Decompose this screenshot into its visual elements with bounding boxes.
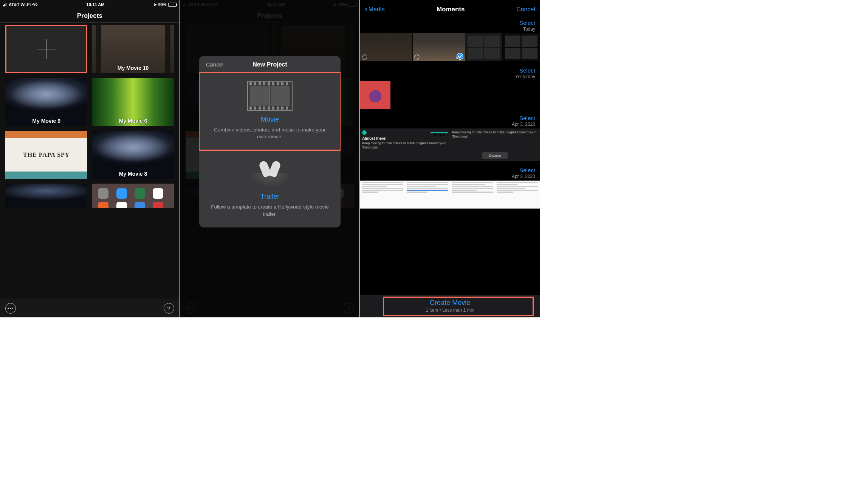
media-row: STAND Almost there! Keep moving for one … bbox=[360, 128, 540, 161]
media-row bbox=[360, 81, 540, 109]
media-row bbox=[360, 181, 540, 209]
project-label: My Movie 8 bbox=[119, 171, 147, 177]
selection-summary: 1 item • Less than 1 min bbox=[360, 308, 540, 313]
section-header: Select Apr 3, 2020 bbox=[360, 166, 540, 181]
chevron-left-icon: ‹ bbox=[365, 5, 367, 14]
project-tile[interactable] bbox=[5, 184, 87, 208]
badge: STAND bbox=[431, 132, 448, 133]
media-thumb[interactable] bbox=[450, 181, 495, 209]
dismiss-button[interactable]: Dismiss bbox=[482, 152, 508, 159]
note-text: Keep moving for one minute to make progr… bbox=[452, 130, 538, 150]
loading-icon bbox=[362, 54, 367, 60]
new-project-screen: AT&T Wi-Fi 10:11 AM ➤90% Projects •••? C… bbox=[180, 0, 361, 317]
select-button[interactable]: Select bbox=[365, 20, 535, 26]
film-icon bbox=[247, 81, 293, 111]
note-text: Keep moving for one minute to make progr… bbox=[362, 141, 448, 149]
option-desc: Follow a template to create a Hollywood-… bbox=[211, 204, 330, 217]
media-thumb[interactable]: Keep moving for one minute to make progr… bbox=[450, 128, 540, 161]
select-button[interactable]: Select bbox=[365, 167, 535, 173]
moments-picker-screen: ‹Media Moments Cancel Select Today 0.5s … bbox=[360, 0, 541, 317]
media-thumb[interactable]: STAND Almost there! Keep moving for one … bbox=[360, 128, 450, 161]
create-movie-button[interactable]: Create Movie bbox=[360, 299, 540, 307]
section-header: Select Yesterday bbox=[360, 66, 540, 81]
media-row: 0.5s bbox=[360, 33, 540, 61]
back-button[interactable]: ‹Media bbox=[365, 5, 385, 14]
media-thumb[interactable] bbox=[360, 81, 390, 109]
project-label: My Movie 9 bbox=[32, 118, 60, 124]
media-thumb[interactable] bbox=[495, 181, 540, 209]
projects-screen: AT&T Wi-Fi 10:11 AM ➤ 90% Projects My Mo… bbox=[0, 0, 180, 317]
status-bar: AT&T Wi-Fi 10:11 AM ➤ 90% bbox=[0, 0, 180, 9]
cancel-button[interactable]: Cancel bbox=[206, 61, 224, 68]
media-thumb[interactable] bbox=[405, 181, 450, 209]
project-tile[interactable]: My Movie 9 bbox=[5, 78, 87, 126]
wifi-icon bbox=[32, 2, 37, 7]
media-thumb[interactable]: 0.5s bbox=[413, 33, 465, 61]
add-project-button[interactable] bbox=[5, 25, 87, 73]
project-tile[interactable]: THE PAPA SPY bbox=[5, 131, 87, 179]
section-header: Select Today bbox=[360, 19, 540, 33]
section-date: Yesterday bbox=[365, 74, 535, 79]
option-title: Movie bbox=[211, 116, 330, 124]
section-header: Select Apr 3, 2020 bbox=[360, 114, 540, 128]
carrier-label: AT&T Wi-Fi bbox=[9, 2, 31, 7]
media-thumb[interactable] bbox=[503, 33, 540, 61]
project-label: My Movie 10 bbox=[118, 65, 149, 71]
trailer-option[interactable]: Trailer Follow a template to create a Ho… bbox=[199, 150, 341, 227]
check-icon bbox=[457, 53, 463, 60]
more-button[interactable]: ••• bbox=[5, 303, 16, 314]
option-desc: Combine videos, photos, and music to mak… bbox=[211, 127, 330, 140]
clock-label: 10:11 AM bbox=[87, 2, 105, 7]
project-tile[interactable]: My Movie 6 bbox=[92, 78, 174, 126]
location-icon: ➤ bbox=[153, 2, 157, 7]
projects-grid: My Movie 10 My Movie 9 My Movie 6 THE PA… bbox=[0, 23, 180, 210]
project-tile[interactable] bbox=[92, 184, 174, 208]
select-button[interactable]: Select bbox=[365, 67, 535, 74]
battery-icon bbox=[168, 3, 177, 7]
project-tile[interactable]: My Movie 10 bbox=[92, 25, 174, 73]
media-thumb[interactable] bbox=[465, 33, 502, 61]
section-date: Today bbox=[365, 26, 535, 32]
select-button[interactable]: Select bbox=[365, 115, 535, 121]
cancel-button[interactable]: Cancel bbox=[516, 6, 535, 13]
new-project-sheet: Cancel New Project Movie Combine videos,… bbox=[199, 56, 341, 227]
section-date: Apr 3, 2020 bbox=[365, 122, 535, 127]
media-thumb[interactable] bbox=[360, 181, 405, 209]
project-label: THE PAPA SPY bbox=[5, 138, 87, 172]
battery-pct-label: 90% bbox=[158, 2, 167, 7]
footer-bar: ••• ? bbox=[0, 299, 180, 317]
movie-option[interactable]: Movie Combine videos, photos, and music … bbox=[199, 73, 341, 150]
page-title: Projects bbox=[0, 9, 180, 23]
signal-icon bbox=[3, 3, 7, 6]
nav-bar: ‹Media Moments Cancel bbox=[360, 0, 540, 19]
help-button[interactable]: ? bbox=[164, 303, 174, 314]
project-tile[interactable]: My Movie 8 bbox=[92, 131, 174, 179]
section-date: Apr 3, 2020 bbox=[365, 174, 535, 179]
media-thumb[interactable] bbox=[360, 33, 412, 61]
note-title: Almost there! bbox=[362, 136, 448, 141]
plus-icon bbox=[37, 39, 56, 59]
option-title: Trailer bbox=[211, 193, 330, 201]
page-title: Moments bbox=[437, 6, 465, 13]
project-label: My Movie 6 bbox=[119, 118, 147, 124]
bottom-bar: Create Movie 1 item • Less than 1 min bbox=[360, 295, 540, 317]
loading-icon bbox=[414, 54, 420, 60]
spotlight-icon bbox=[251, 158, 289, 188]
